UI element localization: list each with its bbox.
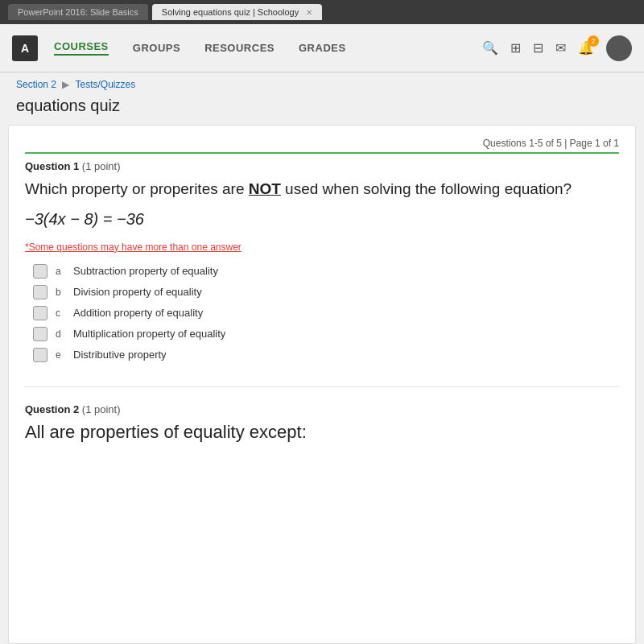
nav-courses[interactable]: COURSES: [54, 40, 109, 56]
question-1-equation: −3(4x − 8) = −36: [25, 210, 619, 229]
question-1-label: Question 1 (1 point): [25, 160, 619, 172]
option-d-text: Multiplication property of equality: [73, 328, 225, 340]
question-2-points: (1 point): [82, 403, 121, 415]
tab-slide-basics[interactable]: PowerPoint 2016: Slide Basics: [8, 4, 148, 20]
logo-icon: A: [12, 35, 38, 61]
search-icon[interactable]: 🔍: [482, 40, 498, 56]
apps-more-icon[interactable]: ⊟: [533, 40, 543, 56]
main-wrapper: A COURSES GROUPS RESOURCES GRADES 🔍 ⊞ ⊟ …: [0, 24, 644, 644]
content-area: Questions 1-5 of 5 | Page 1 of 1 Questio…: [8, 125, 636, 644]
not-underline: NOT: [249, 180, 281, 197]
checkbox-c[interactable]: [33, 306, 47, 320]
notification-badge: 2: [588, 35, 599, 47]
multiple-answer-note: *Some questions may have more than one a…: [25, 242, 619, 253]
question-2-block: Question 2 (1 point) All are properties …: [25, 403, 619, 443]
question-divider: [25, 386, 619, 387]
nav-resources[interactable]: RESOURCES: [204, 42, 275, 54]
checkbox-d[interactable]: [33, 327, 47, 341]
question-1-points: (1 point): [82, 160, 121, 172]
option-e-letter: e: [56, 349, 65, 361]
top-nav: A COURSES GROUPS RESOURCES GRADES 🔍 ⊞ ⊟ …: [0, 24, 644, 72]
notifications-icon[interactable]: 🔔 2: [578, 40, 594, 56]
tab-schoology[interactable]: Solving equations quiz | Schoology ✕: [152, 4, 322, 20]
questions-meta: Questions 1-5 of 5 | Page 1 of 1: [25, 138, 619, 154]
nav-links: COURSES GROUPS RESOURCES GRADES: [54, 40, 482, 56]
option-d-letter: d: [56, 328, 65, 340]
option-c[interactable]: c Addition property of equality: [33, 306, 619, 320]
option-a-text: Subtraction property of equality: [73, 265, 218, 277]
browser-chrome: PowerPoint 2016: Slide Basics Solving eq…: [0, 0, 644, 24]
option-e-text: Distributive property: [73, 349, 167, 361]
user-avatar[interactable]: [606, 35, 632, 61]
checkbox-e[interactable]: [33, 348, 47, 362]
breadcrumb-current[interactable]: Tests/Quizzes: [76, 79, 136, 90]
option-c-letter: c: [56, 308, 65, 319]
question-1-text: Which property or properites are NOT use…: [25, 179, 619, 200]
checkbox-b[interactable]: [33, 285, 47, 299]
checkbox-a[interactable]: [33, 264, 47, 279]
nav-icons: 🔍 ⊞ ⊟ ✉ 🔔 2: [482, 35, 632, 61]
breadcrumb: Section 2 ▶ Tests/Quizzes: [0, 72, 644, 93]
option-b[interactable]: b Division property of equality: [33, 285, 619, 299]
nav-groups[interactable]: GROUPS: [133, 42, 180, 54]
page-title: equations quiz: [0, 93, 644, 125]
option-e[interactable]: e Distributive property: [33, 348, 619, 362]
option-c-text: Addition property of equality: [73, 307, 203, 319]
question-1-block: Question 1 (1 point) Which property or p…: [25, 160, 619, 362]
option-a-letter: a: [56, 266, 65, 277]
breadcrumb-separator: ▶: [62, 79, 69, 90]
option-b-text: Division property of equality: [73, 286, 202, 298]
close-icon[interactable]: ✕: [306, 8, 312, 17]
answer-options: a Subtraction property of equality b Div…: [33, 264, 619, 362]
option-b-letter: b: [56, 287, 65, 298]
question-2-text: All are properties of equality except:: [25, 422, 619, 443]
messages-icon[interactable]: ✉: [555, 40, 566, 56]
option-a[interactable]: a Subtraction property of equality: [33, 264, 619, 279]
nav-grades[interactable]: GRADES: [299, 42, 346, 54]
logo-area: A: [12, 35, 38, 61]
apps-grid-icon[interactable]: ⊞: [510, 40, 521, 56]
tab-bar: PowerPoint 2016: Slide Basics Solving eq…: [8, 4, 322, 20]
question-2-label: Question 2 (1 point): [25, 403, 619, 415]
option-d[interactable]: d Multiplication property of equality: [33, 327, 619, 341]
breadcrumb-section[interactable]: Section 2: [16, 79, 56, 90]
